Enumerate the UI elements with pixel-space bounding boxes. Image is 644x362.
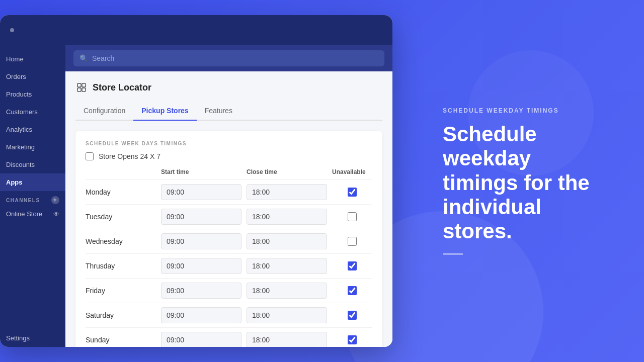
right-panel-divider (443, 253, 463, 255)
page-header: Store Locator (75, 81, 382, 94)
start-time-input[interactable] (161, 283, 242, 299)
sidebar-item-online-store[interactable]: Online Store 👁 (0, 206, 65, 222)
products-label: Products (6, 90, 32, 98)
unavailable-checkbox[interactable] (348, 237, 357, 246)
marketing-label: Marketing (6, 143, 35, 151)
sidebar-item-orders[interactable]: Orders (0, 68, 65, 85)
close-time-input[interactable] (247, 283, 327, 299)
sidebar-item-settings[interactable]: Settings (0, 329, 65, 347)
sidebar-item-marketing[interactable]: Marketing (0, 138, 65, 156)
right-panel-main-text: Schedule weekday timings for the individ… (443, 122, 604, 243)
start-time-input[interactable] (161, 258, 242, 274)
settings-label: Settings (6, 334, 30, 342)
day-name: Wednesday (86, 237, 156, 245)
home-label: Home (6, 55, 24, 63)
eye-icon: 👁 (53, 211, 59, 218)
table-row: Monday (86, 179, 372, 204)
close-time-input[interactable] (247, 258, 327, 274)
discounts-label: Discounts (6, 161, 35, 168)
sidebar-item-discounts[interactable]: Discounts (0, 156, 65, 173)
unavailable-checkbox[interactable] (348, 311, 357, 320)
page-content: Store Locator Configuration Pickup Store… (65, 71, 392, 347)
table-row: Sunday (86, 327, 372, 347)
sidebar-item-analytics[interactable]: Analytics (0, 121, 65, 138)
table-row: Thrusday (86, 253, 372, 278)
top-bar (0, 15, 392, 45)
sidebar-item-home[interactable]: Home (0, 50, 65, 68)
section-label: SCHEDULE WEEK DAYS TIMINGS (86, 141, 372, 146)
table-row: Wednesday (86, 229, 372, 253)
apps-label: Apps (6, 178, 23, 186)
table-row: Tuesday (86, 204, 372, 229)
tab-pickup-stores[interactable]: Pickup Stores (133, 102, 196, 121)
store-opens-checkbox[interactable] (86, 152, 94, 160)
day-name: Tuesday (86, 213, 156, 221)
close-time-input[interactable] (247, 233, 327, 249)
table-row: Saturday (86, 303, 372, 327)
window-dot (10, 28, 14, 32)
store-opens-label: Store Opens 24 X 7 (99, 152, 160, 160)
start-time-input[interactable] (161, 209, 242, 225)
unavailable-checkbox[interactable] (348, 212, 357, 221)
table-row: Friday (86, 278, 372, 303)
unavailable-checkbox[interactable] (348, 188, 357, 197)
page-title: Store Locator (93, 82, 151, 93)
day-name: Thrusday (86, 262, 156, 270)
start-time-input[interactable] (161, 184, 242, 200)
start-time-input[interactable] (161, 332, 242, 347)
search-input[interactable] (92, 54, 378, 62)
sidebar-item-customers[interactable]: Customers (0, 103, 65, 121)
search-input-wrap: 🔍 (73, 50, 384, 66)
search-bar: 🔍 (65, 45, 392, 71)
right-panel-subtitle: SCHEDULE WEEKDAY TIMINGS (443, 107, 604, 114)
start-time-input[interactable] (161, 233, 242, 249)
app-window: Home Orders Products Customers Analytics… (0, 15, 392, 347)
tabs: Configuration Pickup Stores Features (75, 102, 382, 121)
day-name: Monday (86, 188, 156, 196)
analytics-label: Analytics (6, 126, 32, 133)
sidebar-item-apps[interactable]: Apps (0, 173, 65, 191)
col-header-close: Close time (247, 168, 327, 175)
schedule-table: Start time Close time Unavailable Monday… (86, 168, 372, 347)
unavailable-cell (332, 212, 372, 221)
svg-rect-0 (77, 83, 81, 87)
day-name: Friday (86, 287, 156, 295)
unavailable-checkbox[interactable] (348, 261, 357, 270)
customers-label: Customers (6, 108, 38, 116)
add-channel-button[interactable]: + (51, 196, 59, 204)
store-locator-icon (75, 81, 88, 94)
content-area: 🔍 Store Locator (65, 45, 392, 347)
orders-label: Orders (6, 73, 26, 80)
day-name: Saturday (86, 311, 156, 319)
tab-configuration[interactable]: Configuration (75, 102, 133, 121)
day-name: Sunday (86, 336, 156, 344)
svg-rect-2 (77, 88, 81, 92)
close-time-input[interactable] (247, 332, 327, 347)
close-time-input[interactable] (247, 209, 327, 225)
unavailable-cell (332, 188, 372, 197)
close-time-input[interactable] (247, 184, 327, 200)
schedule-rows-container: Monday Tuesday Wednesday Thrusday (86, 179, 372, 347)
right-panel: SCHEDULE WEEKDAY TIMINGS Schedule weekda… (443, 107, 604, 255)
unavailable-cell (332, 261, 372, 270)
unavailable-checkbox[interactable] (348, 335, 357, 344)
unavailable-cell (332, 311, 372, 320)
unavailable-checkbox[interactable] (348, 286, 357, 295)
channels-section: CHANNELS + (0, 191, 65, 206)
col-header-day (86, 168, 156, 175)
start-time-input[interactable] (161, 307, 242, 323)
col-header-unavailable: Unavailable (332, 168, 372, 175)
main-layout: Home Orders Products Customers Analytics… (0, 45, 392, 347)
tab-features[interactable]: Features (197, 102, 240, 121)
store-opens-row: Store Opens 24 X 7 (86, 152, 372, 160)
table-header: Start time Close time Unavailable (86, 168, 372, 179)
sidebar-item-products[interactable]: Products (0, 85, 65, 103)
channels-label: CHANNELS (6, 198, 40, 203)
close-time-input[interactable] (247, 307, 327, 323)
svg-rect-1 (82, 83, 86, 87)
col-header-start: Start time (161, 168, 242, 175)
sidebar: Home Orders Products Customers Analytics… (0, 45, 65, 347)
unavailable-cell (332, 286, 372, 295)
online-store-label: Online Store (6, 210, 42, 218)
unavailable-cell (332, 237, 372, 246)
